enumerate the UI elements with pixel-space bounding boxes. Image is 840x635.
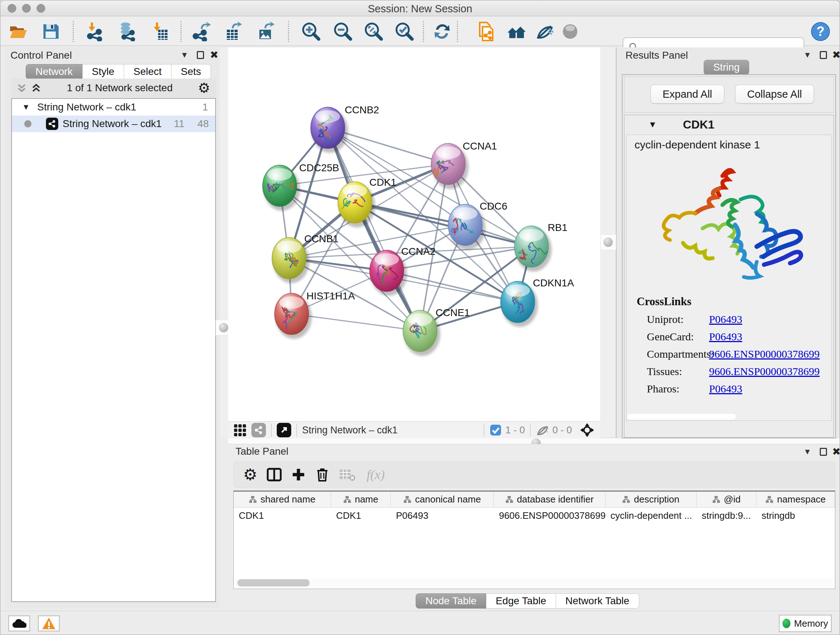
window-title: Session: New Session bbox=[0, 3, 840, 15]
control-panel: Control Panel ▼ ✖ NetworkStyleSelectSets… bbox=[5, 48, 219, 608]
column-type-icon bbox=[249, 496, 257, 504]
right-splitter-handle[interactable] bbox=[600, 234, 616, 250]
crosslink-link[interactable]: P06493 bbox=[709, 313, 742, 325]
results-scrollbar[interactable] bbox=[627, 414, 736, 420]
help-icon[interactable]: ? bbox=[811, 22, 830, 41]
crosslink-link[interactable]: 9606.ENSP00000378699 bbox=[709, 348, 820, 360]
zoom-fit-icon[interactable] bbox=[364, 22, 384, 41]
float-panel-icon[interactable] bbox=[817, 447, 829, 457]
column-header-id[interactable]: @id bbox=[697, 492, 757, 507]
collapse-all-button[interactable]: Collapse All bbox=[735, 85, 814, 103]
table-cell: P06493 bbox=[391, 508, 494, 524]
show-columns-icon[interactable] bbox=[267, 467, 282, 482]
gear-icon[interactable]: ⚙ bbox=[198, 81, 210, 95]
tab-string[interactable]: String bbox=[704, 60, 749, 75]
tab-network[interactable]: Network bbox=[26, 64, 82, 79]
tree-expand-icon[interactable]: ▼ bbox=[22, 103, 30, 112]
expand-all-button[interactable]: Expand All bbox=[651, 85, 724, 103]
left-splitter[interactable] bbox=[219, 48, 228, 438]
import-network-icon[interactable] bbox=[84, 22, 104, 41]
import-network-from-database-icon[interactable] bbox=[117, 22, 136, 41]
clone-network-icon[interactable] bbox=[476, 22, 496, 41]
column-header-name[interactable]: name bbox=[331, 492, 391, 507]
open-in-window-icon[interactable] bbox=[277, 423, 291, 437]
grid-view-icon[interactable] bbox=[233, 424, 246, 437]
column-header-databaseidentifier[interactable]: database identifier bbox=[494, 492, 605, 507]
import-table-icon[interactable] bbox=[149, 22, 169, 41]
right-splitter[interactable] bbox=[600, 48, 617, 438]
collapse-all-tree-icon[interactable] bbox=[31, 82, 42, 93]
node-RB1[interactable] bbox=[515, 226, 552, 272]
crosslink-link[interactable]: 9606.ENSP00000378699 bbox=[709, 365, 820, 378]
home-icon[interactable] bbox=[507, 22, 526, 41]
column-type-icon bbox=[505, 496, 513, 504]
network-view-toolbar: String Network – cdk1 1 - 0 0 - 0 bbox=[228, 421, 600, 439]
float-panel-icon[interactable] bbox=[817, 50, 829, 60]
memory-button[interactable]: Memory bbox=[779, 615, 832, 632]
crosslink-label: Tissues: bbox=[637, 365, 709, 378]
warning-status-button[interactable] bbox=[38, 616, 60, 631]
tab-network-table[interactable]: Network Table bbox=[556, 593, 639, 608]
network-row[interactable]: String Network – cdk1 11 48 bbox=[12, 116, 215, 132]
node-CDK1[interactable] bbox=[338, 182, 375, 227]
node-table[interactable]: shared namenamecanonical namedatabase id… bbox=[233, 491, 835, 589]
tab-sets[interactable]: Sets bbox=[172, 64, 211, 79]
table-horizontal-scrollbar[interactable] bbox=[234, 578, 834, 587]
collapse-panel-icon[interactable]: ▼ bbox=[801, 447, 813, 457]
save-session-icon[interactable] bbox=[41, 22, 60, 41]
selected-checkbox-icon[interactable] bbox=[489, 424, 502, 436]
tab-select[interactable]: Select bbox=[124, 64, 172, 79]
table-row[interactable]: CDK1CDK1P064939606.ENSP00000378699cyclin… bbox=[234, 508, 835, 524]
network-overview-icon[interactable] bbox=[251, 423, 266, 437]
export-image-icon[interactable] bbox=[256, 22, 276, 41]
collapse-panel-icon[interactable]: ▼ bbox=[801, 50, 813, 60]
node-CCNE1[interactable] bbox=[403, 310, 440, 356]
tab-style[interactable]: Style bbox=[82, 64, 124, 79]
delete-column-icon[interactable] bbox=[315, 467, 330, 482]
table-settings-gear-icon[interactable]: ⚙ bbox=[243, 467, 257, 483]
export-table-icon[interactable] bbox=[224, 22, 243, 41]
horizontal-splitter[interactable] bbox=[228, 438, 840, 444]
crosslink-link[interactable]: P06493 bbox=[709, 331, 742, 343]
column-header-sharedname[interactable]: shared name bbox=[234, 492, 331, 507]
crosslink-row: Tissues:9606.ENSP00000378699 bbox=[637, 365, 820, 378]
cloud-status-button[interactable] bbox=[8, 616, 30, 631]
network-canvas[interactable]: CCNB2CCNA1CDC25BCDK1CDC6RB1CCNB1CCNA2CDK… bbox=[228, 48, 600, 421]
crosslinks-title: CrossLinks bbox=[637, 295, 820, 308]
add-column-icon[interactable] bbox=[291, 467, 306, 482]
section-expand-icon[interactable]: ▼ bbox=[648, 119, 657, 130]
function-builder-icon[interactable]: f(x) bbox=[366, 467, 385, 482]
hidden-eye-icon[interactable] bbox=[536, 423, 549, 437]
expand-all-tree-icon[interactable] bbox=[16, 82, 27, 93]
node-CDC25B[interactable] bbox=[263, 165, 300, 211]
toolbar-separator bbox=[288, 21, 289, 42]
column-header-namespace[interactable]: namespace bbox=[756, 492, 835, 507]
node-CDKN1A[interactable] bbox=[501, 281, 538, 327]
center-view-icon[interactable] bbox=[580, 423, 594, 437]
hide-visibility-icon[interactable] bbox=[535, 22, 554, 41]
crosslink-link[interactable]: P06493 bbox=[709, 383, 742, 395]
node-CCNB2[interactable] bbox=[311, 107, 348, 153]
close-panel-icon[interactable]: ✖ bbox=[208, 50, 220, 60]
close-panel-icon[interactable]: ✖ bbox=[830, 447, 840, 457]
tab-edge-table[interactable]: Edge Table bbox=[486, 593, 556, 608]
scrollbar-thumb[interactable] bbox=[237, 579, 309, 586]
node-label-RB1: RB1 bbox=[548, 222, 567, 233]
preview-sphere-icon[interactable] bbox=[561, 22, 580, 41]
close-panel-icon[interactable]: ✖ bbox=[830, 50, 840, 60]
open-session-icon[interactable] bbox=[8, 22, 28, 41]
tab-node-table[interactable]: Node Table bbox=[416, 593, 486, 608]
column-header-canonicalname[interactable]: canonical name bbox=[391, 492, 494, 507]
refresh-icon[interactable] bbox=[432, 22, 452, 41]
zoom-out-icon[interactable] bbox=[333, 22, 353, 41]
export-network-icon[interactable] bbox=[191, 22, 211, 41]
node-result-content: cyclin-dependent kinase 1 bbox=[626, 135, 832, 421]
column-header-description[interactable]: description bbox=[606, 492, 697, 507]
collapse-panel-icon[interactable]: ▼ bbox=[178, 50, 191, 60]
delete-table-icon[interactable] bbox=[339, 467, 355, 482]
network-collection-row[interactable]: ▼ String Network – cdk1 1 bbox=[12, 99, 215, 116]
zoom-in-icon[interactable] bbox=[302, 22, 321, 41]
float-panel-icon[interactable] bbox=[194, 50, 207, 60]
node-result-header[interactable]: ▼ CDK1 bbox=[624, 115, 834, 134]
zoom-selected-icon[interactable] bbox=[395, 22, 414, 41]
